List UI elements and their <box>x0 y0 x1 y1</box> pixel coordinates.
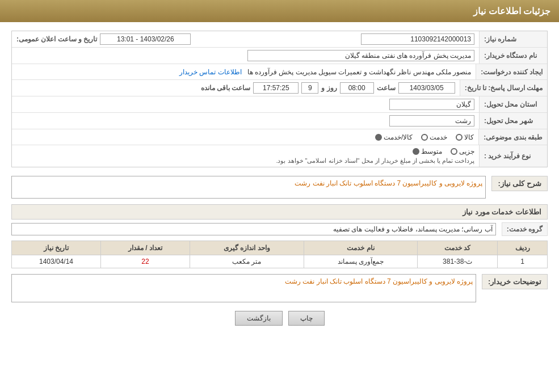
deadline-date-display: 1403/03/05 <box>398 82 455 94</box>
city-label: شهر محل تحویل: <box>479 113 547 129</box>
city-row: شهر محل تحویل: رشت <box>12 113 547 129</box>
buyer-desc-text: پروژه لایروبی و کالیبراسیون 7 دستگاه اسل… <box>285 277 473 285</box>
deadline-remaining-label: ساعت باقی مانده <box>201 84 251 92</box>
deadline-remaining-display: 17:57:25 <box>253 82 299 94</box>
category-kala-option[interactable]: کالا <box>456 133 474 141</box>
col-date: تاریخ نیاز <box>12 241 101 255</box>
province-value: گیلان <box>12 96 479 112</box>
buyer-org-label: نام دستگاه خریدار: <box>479 48 547 64</box>
services-section-header: اطلاعات خدمات مورد نیاز <box>11 204 548 220</box>
col-quantity: تعداد / مقدار <box>100 241 190 255</box>
deadline-value: 1403/03/05 ساعت 08:00 روز و 9 17:57:25 س… <box>12 80 460 96</box>
creator-label: ایجاد کننده درخواست: <box>476 64 547 79</box>
category-radio-group: کالا خدمت کالا/خدمت <box>16 133 474 141</box>
page-header: جزئیات اطلاعات نیاز <box>0 0 559 22</box>
process-jozvi-radio <box>451 148 457 155</box>
process-jozvi-option[interactable]: جزیی <box>451 147 474 155</box>
category-kala-radio <box>456 134 463 141</box>
cell-date: 1403/04/14 <box>12 255 101 268</box>
buyer-desc-label: توضیحات خریدار: <box>482 274 548 289</box>
service-group-value: آب رسانی؛ مدیریت پسماند، فاضلاب و فعالیت… <box>11 223 496 235</box>
announcement-date-display: 1403/02/26 - 13:01 <box>100 33 191 45</box>
cell-service-name: جمع‌آوری پسماند <box>304 255 417 268</box>
page-title: جزئیات اطلاعات نیاز <box>9 6 550 16</box>
process-motavasset-radio <box>413 148 419 155</box>
category-kala-khedmat-radio <box>375 134 382 141</box>
cell-service-code: ث-38-381 <box>418 255 498 268</box>
deadline-days-display: 9 <box>301 82 318 94</box>
description-label: شرح کلی نیاز: <box>491 176 548 191</box>
process-row: نوع فرآیند خرید : جزیی متوسط <box>12 145 547 167</box>
city-display: رشت <box>389 115 474 127</box>
cell-quantity: 22 <box>100 255 190 268</box>
category-kala-label: کالا <box>464 133 474 141</box>
col-service-name: نام خدمت <box>304 241 417 255</box>
service-group-row: گروه خدمت: آب رسانی؛ مدیریت پسماند، فاضل… <box>11 222 548 236</box>
category-khedmat-radio <box>421 134 428 141</box>
description-text: پروژه لایروبی و کالیبراسیون 7 دستگاه اسل… <box>295 179 482 187</box>
province-label: استان محل تحویل: <box>479 96 547 112</box>
creator-value: منصور ملکی مهندس ناظر نگهداشت و تعمیرات … <box>12 66 476 78</box>
deadline-row: مهلت ارسال پاسخ: تا تاریخ: 1403/03/05 سا… <box>12 80 547 96</box>
print-button[interactable]: چاپ <box>288 311 325 326</box>
process-value: جزیی متوسط پرداخت تمام یا بخشی از مبلغ خ… <box>12 145 479 167</box>
category-kala-khedmat-label: کالا/خدمت <box>384 133 413 141</box>
buyer-org-row: نام دستگاه خریدار: مدیریت پخش فرآورده ها… <box>12 48 547 64</box>
category-row: طبقه بندی موضوعی: کالا خدمت کالا/خدمت <box>12 129 547 145</box>
services-table-section: ردیف کد خدمت نام خدمت واحد اندازه گیری ت… <box>11 241 548 268</box>
cell-row-num: 1 <box>498 255 548 268</box>
province-row: استان محل تحویل: گیلان <box>12 96 547 113</box>
province-display: گیلان <box>389 99 474 110</box>
col-service-code: کد خدمت <box>418 241 498 255</box>
service-group-label: گروه خدمت: <box>502 222 548 236</box>
need-number-row: شماره نیاز: 1103092142000013 1403/02/26 … <box>12 31 547 48</box>
buyer-desc-section: توضیحات خریدار: پروژه لایروبی و کالیبراس… <box>11 274 548 302</box>
deadline-day-label: روز و <box>321 84 337 92</box>
main-info-section: شماره نیاز: 1103092142000013 1403/02/26 … <box>11 31 548 167</box>
table-header-row: ردیف کد خدمت نام خدمت واحد اندازه گیری ت… <box>12 241 548 255</box>
buyer-desc-value: پروژه لایروبی و کالیبراسیون 7 دستگاه اسل… <box>11 274 476 302</box>
process-jozvi-label: جزیی <box>459 147 474 155</box>
description-section: شرح کلی نیاز: پروژه لایروبی و کالیبراسیو… <box>11 176 548 199</box>
deadline-label: مهلت ارسال پاسخ: تا تاریخ: <box>460 80 547 96</box>
deadline-time-display: 08:00 <box>340 82 374 94</box>
table-row: 1 ث-38-381 جمع‌آوری پسماند متر مکعب 22 1… <box>12 255 548 268</box>
buyer-org-display: مدیریت پخش فرآورده های نفتی منطقه گیلان <box>247 50 474 61</box>
deadline-time-label: ساعت <box>377 84 396 92</box>
process-motavasset-option[interactable]: متوسط <box>413 147 442 155</box>
category-khedmat-option[interactable]: خدمت <box>421 133 447 141</box>
city-value: رشت <box>12 113 479 129</box>
need-number-value: 1103092142000013 <box>195 31 479 47</box>
process-radio-group: جزیی متوسط <box>413 147 474 155</box>
category-label: طبقه بندی موضوعی: <box>478 129 547 145</box>
back-button[interactable]: بازگشت <box>235 311 283 326</box>
category-kala-khedmat-option[interactable]: کالا/خدمت <box>375 133 413 141</box>
col-row-num: ردیف <box>498 241 548 255</box>
process-motavasset-label: متوسط <box>421 147 442 155</box>
contact-info-link[interactable]: اطلاعات تماس خریدار <box>179 68 242 76</box>
creator-display: منصور ملکی مهندس ناظر نگهداشت و تعمیرات … <box>247 68 472 76</box>
need-number-display: 1103092142000013 <box>361 33 474 45</box>
buyer-org-value: مدیریت پخش فرآورده های نفتی منطقه گیلان <box>12 48 479 64</box>
category-khedmat-label: خدمت <box>430 133 447 141</box>
announcement-date-group: 1403/02/26 - 13:01 تاریخ و ساعت اعلان عم… <box>12 33 195 45</box>
col-unit: واحد اندازه گیری <box>190 241 304 255</box>
button-row: چاپ بازگشت <box>11 311 548 334</box>
cell-unit: متر مکعب <box>190 255 304 268</box>
description-value: پروژه لایروبی و کالیبراسیون 7 دستگاه اسل… <box>11 176 486 199</box>
need-number-label: شماره نیاز: <box>479 31 547 47</box>
creator-row: ایجاد کننده درخواست: منصور ملکی مهندس نا… <box>12 64 547 80</box>
services-table: ردیف کد خدمت نام خدمت واحد اندازه گیری ت… <box>11 241 548 268</box>
category-value: کالا خدمت کالا/خدمت <box>12 131 478 144</box>
process-label: نوع فرآیند خرید : <box>479 145 547 167</box>
process-note: پرداخت تمام یا بخشی از مبلغ خریدار از مح… <box>276 157 474 165</box>
announcement-date-label: تاریخ و ساعت اعلان عمومی: <box>16 35 97 43</box>
